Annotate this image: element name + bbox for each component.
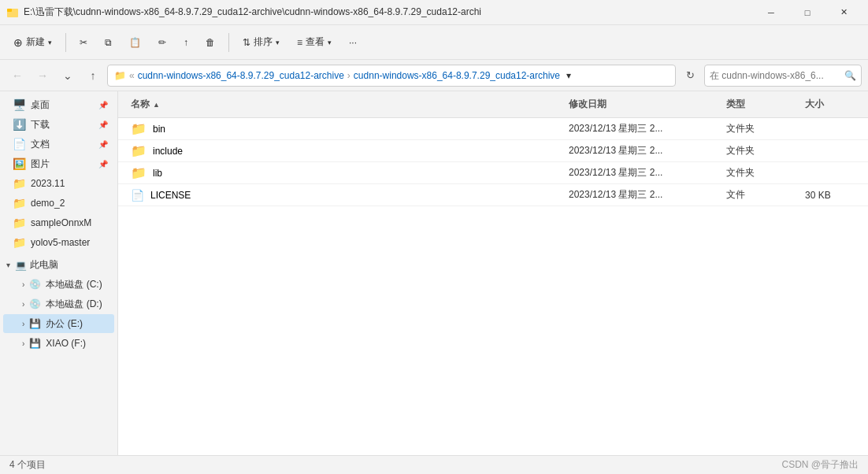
new-icon: ⊕ xyxy=(13,36,23,49)
minimize-button[interactable]: ─ xyxy=(753,0,789,25)
copy-button[interactable]: ⧉ xyxy=(98,33,119,52)
file-list-header: 名称 ▲ 修改日期 类型 大小 xyxy=(118,91,868,118)
maximize-button[interactable]: □ xyxy=(789,0,825,25)
breadcrumb-item-0[interactable]: cudnn-windows-x86_64-8.9.7.29_cuda12-arc… xyxy=(138,70,344,81)
file-name-include: include xyxy=(153,146,183,157)
header-size[interactable]: 大小 xyxy=(799,94,862,114)
toolbar: ⊕ 新建 ▾ ✂ ⧉ 📋 ✏ ↑ 🗑 ⇅ 排序 ▾ ≡ 查看 ▾ ··· xyxy=(0,25,868,60)
sidebar-item-local-d[interactable]: › 💿 本地磁盘 (D:) xyxy=(3,294,114,313)
breadcrumb-sep-1: › xyxy=(347,70,351,81)
table-row[interactable]: 📁 include 2023/12/13 星期三 2... 文件夹 xyxy=(118,140,868,162)
file-type-bin: 文件夹 xyxy=(720,119,799,139)
back-button[interactable]: ← xyxy=(6,65,28,87)
table-row[interactable]: 📁 lib 2023/12/13 星期三 2... 文件夹 xyxy=(118,162,868,184)
file-list: 名称 ▲ 修改日期 类型 大小 📁 bin 2023/12/13 星期三 2..… xyxy=(118,91,868,455)
sidebar-item-pictures[interactable]: 🖼️ 图片 📌 xyxy=(3,154,114,173)
expand-f-icon: › xyxy=(22,339,24,348)
file-size-include xyxy=(799,148,862,154)
sidebar-item-yolo[interactable]: 📁 yolov5-master xyxy=(3,233,114,252)
sidebar-item-label-2023: 2023.11 xyxy=(31,178,65,189)
expand-button[interactable]: ⌄ xyxy=(57,65,79,87)
paste-button[interactable]: 📋 xyxy=(122,33,148,52)
local-d-icon: 💿 xyxy=(29,298,41,309)
search-box[interactable]: 🔍 xyxy=(704,65,862,87)
new-button[interactable]: ⊕ 新建 ▾ xyxy=(6,31,59,53)
refresh-button[interactable]: ↻ xyxy=(679,65,701,87)
sidebar-item-downloads[interactable]: ⬇️ 下载 📌 xyxy=(3,115,114,134)
svg-rect-1 xyxy=(7,9,12,12)
sidebar-item-xiao-f[interactable]: › 💾 XIAO (F:) xyxy=(3,334,114,353)
folder-lib-icon: 📁 xyxy=(131,165,147,180)
header-name-label: 名称 xyxy=(131,98,150,111)
expand-c-icon: › xyxy=(22,280,24,289)
sidebar-item-label-downloads: 下载 xyxy=(31,118,50,131)
sidebar-item-label-office-e: 办公 (E:) xyxy=(46,317,83,331)
desktop-icon: 🖥️ xyxy=(13,98,26,111)
more-icon: ··· xyxy=(349,37,357,48)
header-type[interactable]: 类型 xyxy=(720,94,799,114)
header-name[interactable]: 名称 ▲ xyxy=(124,94,562,114)
toolbar-separator-1 xyxy=(65,33,66,52)
breadcrumb-item-1[interactable]: cudnn-windows-x86_64-8.9.7.29_cuda12-arc… xyxy=(354,70,560,81)
up-button[interactable]: ↑ xyxy=(82,65,104,87)
breadcrumb[interactable]: 📁 « cudnn-windows-x86_64-8.9.7.29_cuda12… xyxy=(107,65,676,87)
view-button[interactable]: ≡ 查看 ▾ xyxy=(290,31,339,53)
new-label: 新建 xyxy=(26,35,45,49)
table-row[interactable]: 📁 bin 2023/12/13 星期三 2... 文件夹 xyxy=(118,118,868,140)
sidebar-item-desktop[interactable]: 🖥️ 桌面 📌 xyxy=(3,95,114,114)
office-e-icon: 💾 xyxy=(29,318,41,329)
expand-thispc-icon: ▾ xyxy=(6,261,10,269)
breadcrumb-dropdown-icon: ▾ xyxy=(566,70,571,81)
sidebar-item-office-e[interactable]: › 💾 办公 (E:) xyxy=(3,314,114,333)
cut-icon: ✂ xyxy=(80,37,87,48)
header-modified[interactable]: 修改日期 xyxy=(562,94,720,114)
table-row[interactable]: 📄 LICENSE 2023/12/13 星期三 2... 文件 30 KB xyxy=(118,184,868,206)
folder-2023-icon: 📁 xyxy=(13,177,26,190)
sidebar: 🖥️ 桌面 📌 ⬇️ 下载 📌 📄 文档 📌 🖼️ 图片 📌 📁 2023.11… xyxy=(0,91,118,455)
file-name-cell-bin: 📁 bin xyxy=(124,118,562,139)
local-c-icon: 💿 xyxy=(29,279,41,290)
cut-button[interactable]: ✂ xyxy=(72,33,95,52)
breadcrumb-sep-0: « xyxy=(129,70,135,81)
folder-include-icon: 📁 xyxy=(131,143,147,158)
file-size-bin xyxy=(799,126,862,132)
close-button[interactable]: ✕ xyxy=(825,0,862,25)
downloads-icon: ⬇️ xyxy=(13,118,26,131)
sidebar-item-label-desktop: 桌面 xyxy=(31,98,50,112)
paste-icon: 📋 xyxy=(129,37,141,48)
file-license-icon: 📄 xyxy=(131,189,144,202)
delete-icon: 🗑 xyxy=(206,37,215,48)
sidebar-item-onnx[interactable]: 📁 sampleOnnxM xyxy=(3,213,114,232)
file-modified-lib: 2023/12/13 星期三 2... xyxy=(562,163,720,183)
breadcrumb-root-icon: 📁 xyxy=(114,70,126,81)
file-modified-include: 2023/12/13 星期三 2... xyxy=(562,141,720,161)
sidebar-item-label-demo: demo_2 xyxy=(31,198,65,209)
file-modified-bin: 2023/12/13 星期三 2... xyxy=(562,119,720,139)
sidebar-item-local-c[interactable]: › 💿 本地磁盘 (C:) xyxy=(3,275,114,294)
folder-yolo-icon: 📁 xyxy=(13,236,26,249)
pin-icon-documents: 📌 xyxy=(98,140,108,149)
search-input[interactable] xyxy=(710,70,841,81)
copy-icon: ⧉ xyxy=(105,37,112,48)
share-button[interactable]: ↑ xyxy=(176,33,195,52)
sidebar-item-demo[interactable]: 📁 demo_2 xyxy=(3,194,114,213)
sort-chevron-icon: ▾ xyxy=(276,39,280,46)
sidebar-group-thispc[interactable]: ▾ 💻 此电脑 xyxy=(0,256,117,274)
rename-button[interactable]: ✏ xyxy=(151,33,173,52)
search-icon: 🔍 xyxy=(844,70,856,81)
folder-onnx-icon: 📁 xyxy=(13,217,26,229)
pin-icon-pictures: 📌 xyxy=(98,160,108,168)
xiao-f-icon: 💾 xyxy=(29,338,41,349)
file-type-lib: 文件夹 xyxy=(720,163,799,183)
sort-button[interactable]: ⇅ 排序 ▾ xyxy=(236,31,287,53)
forward-button[interactable]: → xyxy=(32,65,54,87)
file-modified-license: 2023/12/13 星期三 2... xyxy=(562,185,720,205)
app-icon xyxy=(6,6,19,19)
sidebar-item-documents[interactable]: 📄 文档 📌 xyxy=(3,135,114,154)
documents-icon: 📄 xyxy=(13,138,26,150)
title-bar: E:\迅雷下载\cudnn-windows-x86_64-8.9.7.29_cu… xyxy=(0,0,868,25)
sidebar-item-2023[interactable]: 📁 2023.11 xyxy=(3,174,114,193)
more-button[interactable]: ··· xyxy=(342,33,364,52)
file-name-cell-license: 📄 LICENSE xyxy=(124,186,562,205)
delete-button[interactable]: 🗑 xyxy=(198,33,222,52)
